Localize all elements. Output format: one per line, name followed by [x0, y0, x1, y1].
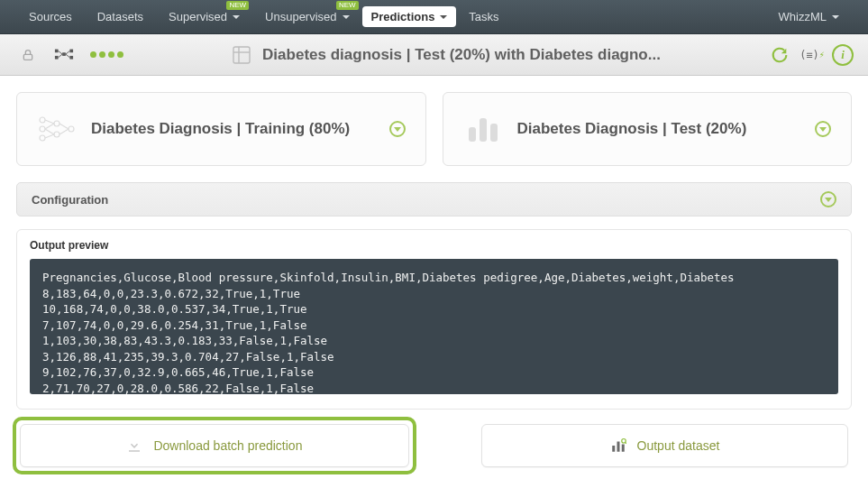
subheader-right: (≡)⚡ i — [767, 42, 854, 68]
svg-line-32 — [625, 442, 626, 444]
svg-rect-27 — [490, 124, 498, 142]
main-content: Diabetes Diagnosis | Training (80%) Diab… — [0, 76, 868, 483]
expand-button[interactable] — [389, 121, 406, 137]
nav-unsupervised[interactable]: Unsupervised NEW — [252, 5, 362, 29]
chevron-down-icon — [440, 15, 447, 19]
new-badge: NEW — [226, 1, 249, 10]
output-label: Output dataset — [637, 438, 720, 453]
svg-line-20 — [45, 124, 54, 129]
svg-rect-30 — [621, 445, 624, 452]
output-dataset-button[interactable]: Output dataset — [481, 424, 848, 467]
test-title: Diabetes Diagnosis | Test (20%) — [517, 120, 801, 138]
deepnet-icon — [54, 47, 74, 63]
output-preview-panel: Output preview Pregnancies,Glucose,Blood… — [16, 229, 852, 410]
svg-rect-4 — [69, 49, 73, 52]
svg-rect-0 — [23, 54, 32, 60]
svg-rect-25 — [469, 127, 476, 142]
nav-whizzml[interactable]: WhizzML — [766, 5, 852, 29]
output-preview-label: Output preview — [30, 239, 838, 252]
nav-left: Sources Datasets Supervised NEW Unsuperv… — [16, 5, 512, 29]
download-batch-prediction-button[interactable]: Download batch prediction — [20, 424, 409, 467]
download-icon — [126, 437, 142, 454]
nav-predictions[interactable]: Predictions — [362, 6, 457, 27]
svg-line-24 — [59, 129, 69, 134]
svg-rect-26 — [480, 118, 487, 142]
refresh-icon — [770, 45, 790, 65]
svg-line-8 — [66, 51, 70, 54]
output-preview-text[interactable]: Pregnancies,Glucose,Blood pressure,Skinf… — [30, 259, 838, 394]
nav-supervised[interactable]: Supervised NEW — [156, 5, 252, 29]
svg-rect-3 — [62, 52, 66, 56]
output-wrap: Output dataset — [481, 424, 848, 467]
refresh-button[interactable] — [767, 42, 792, 68]
resource-cards: Diabetes Diagnosis | Training (80%) Diab… — [16, 92, 852, 166]
svg-rect-28 — [612, 446, 615, 452]
nav-label: Supervised — [169, 10, 227, 23]
nav-label: Datasets — [97, 10, 143, 23]
svg-rect-2 — [55, 55, 59, 59]
chevron-down-icon — [832, 15, 839, 19]
new-badge: NEW — [336, 1, 359, 10]
batch-prediction-icon — [230, 43, 253, 67]
svg-line-19 — [45, 120, 54, 124]
svg-point-18 — [69, 126, 74, 132]
training-card[interactable]: Diabetes Diagnosis | Training (80%) — [16, 92, 426, 166]
svg-line-23 — [59, 124, 69, 129]
action-buttons: Download batch prediction Output dataset — [16, 424, 852, 467]
svg-line-6 — [59, 51, 63, 54]
configuration-row[interactable]: Configuration — [16, 182, 852, 216]
title-wrap: Diabetes diagnosis | Test (20%) with Dia… — [132, 43, 758, 67]
nav-datasets[interactable]: Datasets — [85, 5, 156, 29]
svg-rect-1 — [55, 49, 59, 52]
nav-label: Tasks — [469, 10, 498, 23]
nav-label: Predictions — [371, 10, 435, 23]
svg-line-7 — [59, 54, 63, 58]
svg-line-22 — [45, 134, 54, 138]
svg-line-21 — [45, 129, 54, 134]
nav-label: Sources — [29, 10, 72, 23]
svg-point-14 — [40, 126, 45, 132]
top-nav: Sources Datasets Supervised NEW Unsuperv… — [0, 0, 868, 34]
nav-sources[interactable]: Sources — [16, 5, 85, 29]
svg-point-16 — [54, 121, 59, 126]
test-card[interactable]: Diabetes Diagnosis | Test (20%) — [443, 92, 853, 166]
dataset-icon — [463, 109, 503, 149]
bar-chart-icon — [610, 437, 626, 454]
lock-icon — [21, 48, 35, 62]
chevron-down-icon — [343, 15, 350, 19]
info-button[interactable]: i — [832, 44, 854, 66]
svg-point-13 — [40, 117, 45, 123]
nav-label: Unsupervised — [265, 10, 337, 23]
svg-point-15 — [40, 135, 45, 141]
download-wrap: Download batch prediction — [20, 424, 409, 467]
svg-rect-10 — [233, 47, 250, 63]
status-dots — [90, 51, 123, 58]
chevron-down-icon — [233, 15, 240, 19]
page-title: Diabetes diagnosis | Test (20%) with Dia… — [262, 46, 661, 64]
svg-line-9 — [66, 54, 70, 58]
sub-header: Diabetes diagnosis | Test (20%) with Dia… — [0, 34, 868, 76]
configuration-label: Configuration — [32, 193, 108, 207]
svg-rect-5 — [69, 55, 73, 59]
training-title: Diabetes Diagnosis | Training (80%) — [91, 120, 375, 138]
script-button[interactable]: (≡)⚡ — [799, 42, 825, 68]
nav-label: WhizzML — [779, 10, 827, 23]
network-type-button[interactable] — [50, 41, 78, 69]
nav-tasks[interactable]: Tasks — [456, 5, 511, 29]
deepnet-model-icon — [37, 109, 77, 149]
svg-point-17 — [54, 132, 59, 137]
privacy-lock-button[interactable] — [14, 41, 41, 69]
nav-right: WhizzML — [766, 5, 852, 29]
svg-rect-29 — [617, 442, 619, 452]
expand-config-icon — [820, 191, 836, 207]
download-label: Download batch prediction — [153, 438, 302, 453]
expand-button[interactable] — [815, 121, 831, 137]
